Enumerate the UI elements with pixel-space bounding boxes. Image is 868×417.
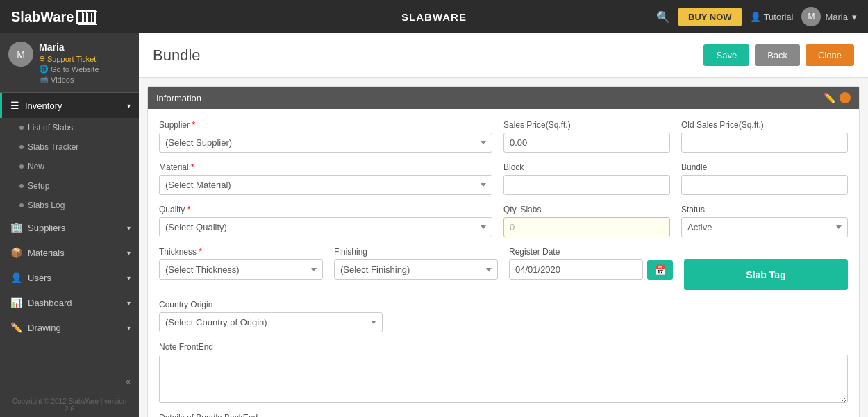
list-slabs-dot xyxy=(19,126,24,130)
chevron-down-icon: ▾ xyxy=(852,12,857,22)
tutorial-button[interactable]: 👤 Tutorial xyxy=(750,12,794,22)
users-label: Users xyxy=(28,273,51,283)
finishing-select[interactable]: (Select Finishing) xyxy=(334,259,498,280)
thickness-required: * xyxy=(199,247,202,257)
slabs-log-dot xyxy=(19,203,24,207)
qty-slabs-label: Qty. Slabs xyxy=(503,205,670,214)
quality-select[interactable]: (Select Quality) xyxy=(159,217,492,237)
sales-price-input[interactable] xyxy=(503,133,670,153)
details-backend-label: Details of Bundle BackEnd xyxy=(159,413,848,417)
users-arrow: ▾ xyxy=(127,274,131,282)
supplier-label: Supplier * xyxy=(159,120,492,130)
dashboard-label: Dashboard xyxy=(28,298,72,308)
finishing-label: Finishing xyxy=(334,247,498,257)
header-actions: Save Back Clone xyxy=(703,44,854,66)
status-group: Status Active xyxy=(681,205,848,237)
status-label: Status xyxy=(681,205,848,214)
sidebar-item-inventory[interactable]: ☰ Inventory ▾ xyxy=(0,93,139,118)
logo: SlabWare xyxy=(11,9,96,25)
material-required: * xyxy=(191,162,194,172)
materials-icon: 📦 xyxy=(10,247,22,258)
search-button[interactable]: 🔍 xyxy=(656,10,670,24)
content-header: Bundle Save Back Clone xyxy=(139,33,868,78)
sidebar-sub-list-of-slabs[interactable]: List of Slabs xyxy=(0,118,139,137)
sidebar-sub-new[interactable]: New xyxy=(0,157,139,176)
sidebar-item-drawing[interactable]: ✏️ Drawing ▾ xyxy=(0,315,139,340)
sidebar-item-dashboard[interactable]: 📊 Dashboard ▾ xyxy=(0,290,139,315)
sales-price-label: Sales Price(Sq.ft.) xyxy=(503,120,670,130)
go-to-website-link[interactable]: 🌐 Go to Website xyxy=(39,65,99,74)
qty-slabs-group: Qty. Slabs xyxy=(503,205,670,237)
collapse-button[interactable]: « xyxy=(0,369,139,393)
sidebar-sub-slabs-log[interactable]: Slabs Log xyxy=(0,196,139,215)
supplier-select[interactable]: (Select Supplier) xyxy=(159,133,492,153)
section-header-actions: ✏️ xyxy=(824,92,851,103)
country-origin-select[interactable]: (Select Country of Origin) xyxy=(159,312,383,332)
section-title: Information xyxy=(156,93,201,103)
edit-section-button[interactable]: ✏️ xyxy=(824,92,835,103)
videos-link[interactable]: 📹 Videos xyxy=(39,75,99,84)
supplier-group: Supplier * (Select Supplier) xyxy=(159,120,492,153)
register-date-input[interactable] xyxy=(509,259,643,280)
sidebar-user-info: Maria ⊕ Support Ticket 🌐 Go to Website 📹… xyxy=(39,42,99,84)
clone-button[interactable]: Clone xyxy=(806,44,854,66)
sidebar-avatar: M xyxy=(8,42,33,67)
bundle-group: Bundle xyxy=(681,162,848,195)
back-button[interactable]: Back xyxy=(755,44,800,66)
block-input[interactable] xyxy=(503,175,670,195)
plus-icon: ⊕ xyxy=(39,54,45,63)
slabs-tracker-dot xyxy=(19,145,24,149)
user-menu-button[interactable]: M Maria ▾ xyxy=(801,7,857,26)
bundle-label: Bundle xyxy=(681,162,848,172)
sidebar-sub-slabs-tracker[interactable]: Slabs Tracker xyxy=(0,137,139,157)
calendar-button[interactable]: 📅 xyxy=(647,260,673,280)
sidebar-item-suppliers[interactable]: 🏢 Suppliers ▾ xyxy=(0,215,139,240)
thickness-group: Thickness * (Select Thickness) xyxy=(159,247,323,290)
form-row-details: Details of Bundle BackEnd xyxy=(159,413,848,417)
supplier-required: * xyxy=(192,120,195,130)
sidebar-username: Maria xyxy=(39,42,99,53)
logo-icon xyxy=(76,10,96,24)
bundle-input[interactable] xyxy=(681,175,848,195)
new-dot xyxy=(19,164,24,169)
details-backend-group: Details of Bundle BackEnd xyxy=(159,413,848,417)
finishing-group: Finishing (Select Finishing) xyxy=(334,247,498,290)
inventory-label: Inventory xyxy=(25,101,62,111)
form-body: Supplier * (Select Supplier) Sales Price… xyxy=(148,109,859,417)
buy-now-button[interactable]: BUY NOW xyxy=(678,8,742,26)
suppliers-label: Suppliers xyxy=(28,223,65,233)
old-sales-price-group: Old Sales Price(Sq.ft.) xyxy=(681,120,848,153)
slab-tag-button[interactable]: Slab Tag xyxy=(684,259,848,290)
qty-slabs-input[interactable] xyxy=(503,217,670,237)
block-label: Block xyxy=(503,162,670,172)
sidebar-sub-setup[interactable]: Setup xyxy=(0,176,139,196)
note-frontend-textarea[interactable] xyxy=(159,355,848,403)
old-sales-price-input[interactable] xyxy=(681,133,848,153)
setup-label: Setup xyxy=(28,181,49,191)
users-icon: 👤 xyxy=(10,272,22,283)
material-select[interactable]: (Select Material) xyxy=(159,175,492,195)
main-content: Bundle Save Back Clone Information ✏️ xyxy=(139,33,868,417)
user-name-label: Maria xyxy=(825,12,848,22)
sidebar-item-users[interactable]: 👤 Users ▾ xyxy=(0,265,139,290)
date-input-group: 📅 xyxy=(509,259,673,280)
suppliers-arrow: ▾ xyxy=(127,224,131,232)
note-frontend-group: Note FrontEnd xyxy=(159,342,848,403)
collapse-icon: « xyxy=(126,376,131,386)
form-section: Information ✏️ Supplier * (Select S xyxy=(147,86,860,417)
section-toggle-button[interactable] xyxy=(840,92,851,103)
status-select[interactable]: Active xyxy=(681,217,848,237)
sidebar-item-materials[interactable]: 📦 Materials ▾ xyxy=(0,240,139,265)
nav-title: SLABWARE xyxy=(401,11,467,23)
form-row-1: Supplier * (Select Supplier) Sales Price… xyxy=(159,120,848,153)
register-date-group: Register Date 📅 xyxy=(509,247,673,290)
thickness-select[interactable]: (Select Thickness) xyxy=(159,259,323,280)
support-ticket-link[interactable]: ⊕ Support Ticket xyxy=(39,54,99,63)
dashboard-arrow: ▾ xyxy=(127,299,131,307)
user-avatar: M xyxy=(801,7,821,26)
sidebar: M Maria ⊕ Support Ticket 🌐 Go to Website… xyxy=(0,33,139,417)
save-button[interactable]: Save xyxy=(703,44,749,66)
old-sales-price-label: Old Sales Price(Sq.ft.) xyxy=(681,120,848,130)
tutorial-label: Tutorial xyxy=(764,12,794,22)
section-header: Information ✏️ xyxy=(148,87,859,109)
